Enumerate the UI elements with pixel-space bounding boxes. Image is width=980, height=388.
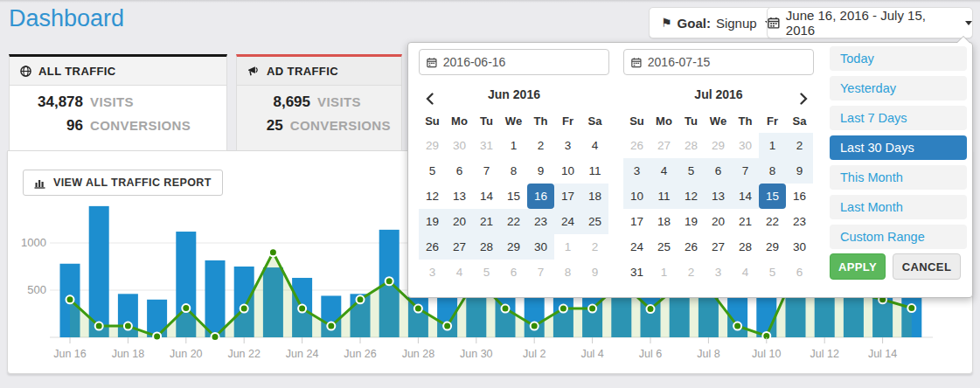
- goal-button[interactable]: ⚑ Goal: Signup: [649, 7, 784, 38]
- view-all-traffic-report-button[interactable]: VIEW ALL TRAFFIC REPORT: [23, 170, 223, 196]
- calendar-day[interactable]: 19: [678, 209, 705, 234]
- calendar-day[interactable]: 22: [500, 209, 527, 234]
- calendar-day[interactable]: 24: [623, 234, 650, 260]
- calendar-day[interactable]: 1: [650, 260, 678, 285]
- calendar-day[interactable]: 7: [527, 260, 554, 285]
- calendar-day[interactable]: 22: [759, 209, 786, 234]
- calendar-day[interactable]: 30: [446, 133, 473, 158]
- start-date-input[interactable]: [443, 55, 601, 69]
- calendar-day[interactable]: 3: [554, 133, 581, 158]
- calendar-day[interactable]: 20: [705, 209, 732, 234]
- calendar-day[interactable]: 1: [554, 234, 581, 260]
- calendar-day[interactable]: 27: [650, 133, 678, 158]
- calendar-day[interactable]: 13: [705, 184, 732, 209]
- start-date-field[interactable]: [419, 49, 609, 75]
- calendar-day[interactable]: 10: [623, 184, 650, 209]
- calendar-day[interactable]: 1: [500, 133, 527, 158]
- calendar-day[interactable]: 23: [527, 209, 554, 234]
- calendar-day[interactable]: 25: [581, 209, 608, 234]
- calendar-day[interactable]: 29: [705, 133, 732, 158]
- card-ad-traffic[interactable]: AD TRAFFIC 8,695 VISITS 25 CONVERSIONS: [236, 54, 402, 150]
- calendar-day[interactable]: 28: [678, 133, 705, 158]
- calendar-day[interactable]: 3: [419, 260, 446, 285]
- daterange-button[interactable]: June 16, 2016 - July 15, 2016: [767, 7, 973, 38]
- calendar-day[interactable]: 7: [473, 158, 500, 184]
- end-date-field[interactable]: [623, 49, 814, 75]
- calendar-day[interactable]: 31: [623, 260, 650, 285]
- calendar-day[interactable]: 12: [419, 184, 446, 209]
- calendar-day[interactable]: 27: [446, 234, 473, 260]
- calendar-day[interactable]: 15: [759, 184, 786, 209]
- calendar-day[interactable]: 26: [678, 234, 705, 260]
- calendar-day[interactable]: 7: [732, 158, 759, 184]
- calendar-day[interactable]: 31: [473, 133, 500, 158]
- calendar-day[interactable]: 14: [732, 184, 759, 209]
- calendar-day[interactable]: 21: [473, 209, 500, 234]
- calendar-day[interactable]: 2: [678, 260, 705, 285]
- calendar-day[interactable]: 4: [650, 158, 678, 184]
- calendar-day[interactable]: 14: [473, 184, 500, 209]
- calendar-day[interactable]: 5: [759, 260, 786, 285]
- preset-last-month[interactable]: Last Month: [830, 195, 967, 219]
- calendar-day[interactable]: 8: [759, 158, 786, 184]
- calendar-day[interactable]: 15: [500, 184, 527, 209]
- calendar-day[interactable]: 21: [732, 209, 759, 234]
- calendar-day[interactable]: 26: [419, 234, 446, 260]
- calendar-day[interactable]: 30: [732, 133, 759, 158]
- calendar-day[interactable]: 3: [705, 260, 732, 285]
- calendar-day[interactable]: 27: [705, 234, 732, 260]
- apply-button[interactable]: APPLY: [830, 253, 886, 280]
- calendar-day[interactable]: 5: [473, 260, 500, 285]
- preset-this-month[interactable]: This Month: [830, 165, 967, 190]
- cancel-button[interactable]: CANCEL: [893, 253, 961, 280]
- calendar-day[interactable]: 9: [581, 260, 608, 285]
- preset-today[interactable]: Today: [830, 46, 967, 71]
- prev-month-icon[interactable]: [420, 88, 438, 102]
- calendar-day[interactable]: 11: [581, 158, 608, 184]
- calendar-day[interactable]: 10: [554, 158, 581, 184]
- calendar-day[interactable]: 23: [786, 209, 813, 234]
- calendar-day[interactable]: 19: [419, 209, 446, 234]
- preset-last-30-days[interactable]: Last 30 Days: [830, 135, 967, 160]
- calendar-day[interactable]: 2: [786, 133, 813, 158]
- calendar-day[interactable]: 6: [786, 260, 813, 285]
- calendar-day[interactable]: 29: [419, 133, 446, 158]
- calendar-day[interactable]: 3: [623, 158, 650, 184]
- calendar-day[interactable]: 12: [678, 184, 705, 209]
- calendar-day[interactable]: 2: [527, 133, 554, 158]
- calendar-day[interactable]: 25: [650, 234, 678, 260]
- calendar-day[interactable]: 30: [527, 234, 554, 260]
- calendar-day[interactable]: 16: [527, 184, 554, 209]
- calendar-day[interactable]: 18: [581, 184, 608, 209]
- calendar-day[interactable]: 6: [446, 158, 473, 184]
- calendar-day[interactable]: 29: [759, 234, 786, 260]
- calendar-day[interactable]: 2: [581, 234, 608, 260]
- calendar-day[interactable]: 17: [554, 184, 581, 209]
- calendar-day[interactable]: 29: [500, 234, 527, 260]
- next-month-icon[interactable]: [795, 88, 812, 102]
- calendar-day[interactable]: 4: [446, 260, 473, 285]
- calendar-day[interactable]: 6: [500, 260, 527, 285]
- calendar-day[interactable]: 24: [554, 209, 581, 234]
- calendar-day[interactable]: 9: [527, 158, 554, 184]
- card-all-traffic[interactable]: ALL TRAFFIC 34,878 VISITS 96 CONVERSIONS: [9, 54, 227, 150]
- calendar-day[interactable]: 9: [786, 158, 813, 184]
- calendar-day[interactable]: 4: [732, 260, 759, 285]
- calendar-day[interactable]: 30: [786, 234, 813, 260]
- calendar-day[interactable]: 16: [786, 184, 813, 209]
- calendar-day[interactable]: 18: [650, 209, 678, 234]
- calendar-day[interactable]: 11: [650, 184, 678, 209]
- calendar-day[interactable]: 1: [759, 133, 786, 158]
- calendar-day[interactable]: 8: [554, 260, 581, 285]
- calendar-day[interactable]: 5: [419, 158, 446, 184]
- calendar-day[interactable]: 17: [623, 209, 650, 234]
- calendar-day[interactable]: 8: [500, 158, 527, 184]
- calendar-day[interactable]: 28: [473, 234, 500, 260]
- preset-custom-range[interactable]: Custom Range: [830, 225, 967, 249]
- calendar-day[interactable]: 26: [623, 133, 650, 158]
- calendar-day[interactable]: 6: [705, 158, 732, 184]
- calendar-day[interactable]: 28: [732, 234, 759, 260]
- calendar-day[interactable]: 13: [446, 184, 473, 209]
- preset-last-7-days[interactable]: Last 7 Days: [830, 106, 967, 130]
- calendar-day[interactable]: 4: [581, 133, 608, 158]
